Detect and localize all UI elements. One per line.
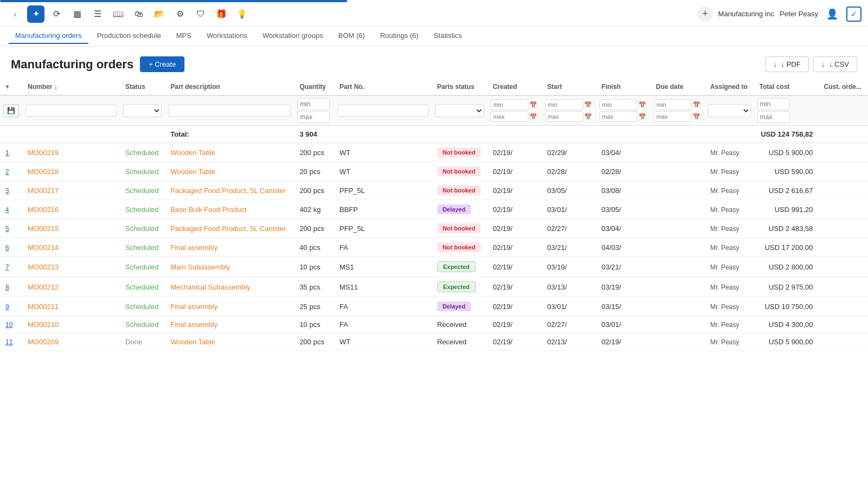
filter-total-cost[interactable]	[754, 95, 819, 126]
assigned-filter-select[interactable]	[708, 104, 751, 117]
finish-min-input[interactable]	[599, 99, 637, 110]
finish-max-input[interactable]	[599, 111, 637, 122]
row-mo-id[interactable]: MO00218	[22, 162, 120, 181]
app-icon-bag[interactable]: 🛍	[130, 5, 148, 23]
row-num[interactable]: 3	[0, 181, 22, 200]
row-num[interactable]: 2	[0, 162, 22, 181]
row-mo-id[interactable]: MO00217	[22, 181, 120, 200]
part-no-filter-input[interactable]	[337, 105, 429, 117]
save-filter-button[interactable]: 💾	[3, 104, 19, 117]
nav-workstation-groups[interactable]: Workstation groups	[256, 28, 330, 44]
profile-icon[interactable]: 👤	[824, 5, 841, 23]
row-part-desc[interactable]: Final assembly	[165, 238, 294, 257]
calendar-icon-8[interactable]: 📅	[693, 113, 700, 120]
app-icon-refresh[interactable]: ⟳	[48, 5, 65, 23]
check-icon[interactable]: ✓	[846, 7, 861, 22]
row-num[interactable]: 9	[0, 297, 22, 316]
calendar-icon[interactable]: 📅	[529, 101, 537, 108]
filter-quantity[interactable]	[294, 95, 334, 126]
calendar-icon-2[interactable]: 📅	[529, 113, 537, 120]
nav-bom[interactable]: BOM (6)	[332, 28, 372, 44]
row-num[interactable]: 7	[0, 257, 22, 277]
calendar-icon-5[interactable]: 📅	[639, 101, 646, 108]
nav-mps[interactable]: MPS	[170, 28, 198, 44]
calendar-icon-7[interactable]: 📅	[693, 101, 700, 108]
row-part-desc[interactable]: Wooden Table	[165, 333, 294, 351]
nav-manufacturing-orders[interactable]: Manufacturing orders	[9, 28, 88, 44]
row-num[interactable]: 5	[0, 219, 22, 238]
filter-start[interactable]: 📅 📅	[542, 95, 596, 126]
row-mo-id[interactable]: MO00213	[22, 257, 120, 277]
row-mo-id[interactable]: MO00209	[22, 333, 120, 351]
row-num[interactable]: 4	[0, 200, 22, 219]
parts-status-filter-select[interactable]	[435, 104, 484, 117]
cost-min-input[interactable]	[757, 98, 790, 110]
app-icon-shield[interactable]: 🛡	[192, 5, 209, 23]
row-num[interactable]: 8	[0, 277, 22, 297]
number-filter-input[interactable]	[25, 105, 117, 117]
app-icon-list[interactable]: ☰	[89, 5, 106, 23]
app-icon-grid[interactable]: ▦	[68, 5, 86, 23]
start-max-input[interactable]	[545, 111, 583, 122]
app-icon-folder[interactable]: 📂	[151, 5, 168, 23]
filter-created[interactable]: 📅 📅	[487, 95, 541, 126]
app-icon-settings[interactable]: ⚙	[171, 5, 189, 23]
filter-save[interactable]: 💾	[0, 95, 22, 126]
app-icon-book[interactable]: 📖	[110, 5, 127, 23]
filter-status[interactable]	[120, 95, 165, 126]
filter-assigned[interactable]	[705, 95, 754, 126]
calendar-icon-3[interactable]: 📅	[584, 101, 592, 108]
app-icon-gift[interactable]: 🎁	[213, 5, 230, 23]
filter-number[interactable]	[22, 95, 120, 126]
row-part-desc[interactable]: Packaged Food Product, 5L Canister	[165, 181, 294, 200]
quantity-max-input[interactable]	[297, 111, 330, 123]
part-desc-filter-input[interactable]	[168, 105, 291, 117]
calendar-icon-6[interactable]: 📅	[639, 113, 646, 120]
calendar-icon-4[interactable]: 📅	[584, 113, 592, 120]
pdf-export-button[interactable]: ↓ ↓ PDF	[765, 56, 809, 72]
row-num[interactable]: 11	[0, 333, 22, 351]
global-add-button[interactable]: +	[698, 7, 713, 22]
row-mo-id[interactable]: MO00211	[22, 297, 120, 316]
row-part-desc[interactable]: Base Bulk Food Product	[165, 200, 294, 219]
quantity-min-input[interactable]	[297, 98, 330, 110]
row-num[interactable]: 10	[0, 316, 22, 333]
back-button[interactable]: ‹	[7, 5, 24, 23]
status-filter-select[interactable]	[123, 104, 162, 117]
row-mo-id[interactable]: MO00214	[22, 238, 120, 257]
th-number[interactable]: Number ↓	[22, 79, 120, 95]
row-part-desc[interactable]: Final assembly	[165, 297, 294, 316]
filter-finish[interactable]: 📅 📅	[596, 95, 650, 126]
row-part-desc[interactable]: Mechanical Subassembly	[165, 277, 294, 297]
app-icon-manufacturing[interactable]: ✦	[27, 5, 44, 23]
created-min-input[interactable]	[490, 99, 528, 110]
row-mo-id[interactable]: MO00212	[22, 277, 120, 297]
row-mo-id[interactable]: MO00216	[22, 200, 120, 219]
nav-routings[interactable]: Routings (6)	[374, 28, 425, 44]
row-mo-id[interactable]: MO00215	[22, 219, 120, 238]
row-part-desc[interactable]: Wooden Table	[165, 162, 294, 181]
csv-export-button[interactable]: ↓ ↓ CSV	[813, 56, 857, 72]
row-num[interactable]: 1	[0, 143, 22, 162]
nav-statistics[interactable]: Statistics	[427, 28, 468, 44]
cost-max-input[interactable]	[757, 111, 790, 123]
create-button[interactable]: + Create	[140, 56, 184, 72]
row-num[interactable]: 6	[0, 238, 22, 257]
due-max-input[interactable]	[654, 111, 692, 122]
row-part-desc[interactable]: Packaged Food Product, 5L Canister	[165, 219, 294, 238]
row-part-desc[interactable]: Main Subassembly	[165, 257, 294, 277]
nav-production-schedule[interactable]: Production schedule	[91, 28, 168, 44]
row-part-desc[interactable]: Wooden Table	[165, 143, 294, 162]
filter-due-date[interactable]: 📅 📅	[650, 95, 705, 126]
start-min-input[interactable]	[545, 99, 583, 110]
filter-parts-status[interactable]	[432, 95, 488, 126]
due-min-input[interactable]	[654, 99, 692, 110]
filter-part-no[interactable]	[334, 95, 432, 126]
row-mo-id[interactable]: MO00219	[22, 143, 120, 162]
row-mo-id[interactable]: MO00210	[22, 316, 120, 333]
app-icon-bulb[interactable]: 💡	[233, 5, 251, 23]
filter-part-desc[interactable]	[165, 95, 294, 126]
nav-workstations[interactable]: Workstations	[200, 28, 254, 44]
row-part-desc[interactable]: Final assembly	[165, 316, 294, 333]
created-max-input[interactable]	[490, 111, 528, 122]
